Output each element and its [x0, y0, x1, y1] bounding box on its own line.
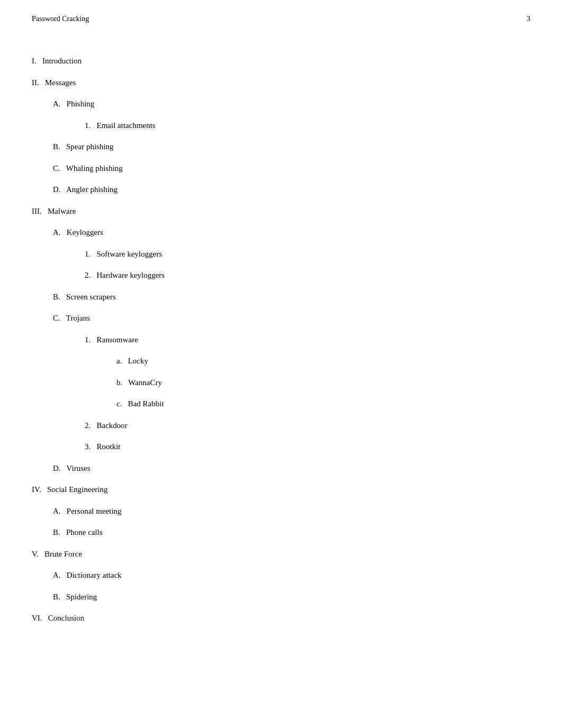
toc-marker: A.: [53, 507, 61, 515]
toc-label: Dictionary attack: [67, 571, 122, 579]
toc-marker: VI.: [32, 614, 42, 622]
table-of-contents: I. Introduction II. Messages A. Phishing…: [0, 55, 562, 666]
toc-label: Malware: [48, 207, 76, 215]
toc-label: Hardware keyloggers: [97, 271, 165, 279]
toc-label: Angler phishing: [66, 185, 117, 194]
toc-item-bad-rabbit: c. Bad Rabbit: [116, 398, 530, 410]
toc-marker: 1.: [85, 250, 90, 258]
toc-item-keyloggers: A. Keyloggers: [53, 226, 530, 239]
toc-marker: 3.: [85, 442, 90, 451]
toc-item-software-keyloggers: 1. Software keyloggers: [85, 248, 530, 260]
toc-label: Rootkit: [97, 442, 121, 451]
toc-label: Social Engineering: [47, 485, 108, 494]
toc-item-messages: II. Messages: [32, 77, 530, 89]
toc-marker: D.: [53, 185, 61, 194]
toc-item-phone-calls: B. Phone calls: [53, 526, 530, 539]
toc-marker: V.: [32, 550, 39, 558]
toc-label: Brute Force: [44, 550, 82, 558]
toc-item-wannacry: b. WannaCry: [116, 377, 530, 389]
toc-label: Spear phishing: [66, 142, 114, 151]
toc-item-spear-phishing: B. Spear phishing: [53, 141, 530, 153]
toc-item-conclusion: VI. Conclusion: [32, 612, 530, 624]
toc-label: Phone calls: [66, 528, 103, 536]
toc-item-social-engineering: IV. Social Engineering: [32, 484, 530, 496]
toc-marker: a.: [116, 357, 122, 365]
toc-item-trojans: C. Trojans: [53, 312, 530, 324]
toc-label: Email attachments: [97, 121, 156, 130]
toc-marker: 1.: [85, 121, 90, 130]
page-number: 3: [527, 15, 530, 23]
toc-item-ransomware: 1. Ransomware: [85, 334, 530, 346]
toc-marker: c.: [116, 399, 122, 408]
toc-label: Personal meeting: [67, 507, 122, 515]
toc-label: Bad Rabbit: [128, 399, 164, 408]
toc-label: Ransomware: [97, 335, 138, 344]
toc-item-personal-meeting: A. Personal meeting: [53, 505, 530, 517]
toc-marker: C.: [53, 314, 60, 322]
toc-label: Backdoor: [97, 421, 128, 430]
toc-marker: II.: [32, 78, 39, 87]
toc-label: WannaCry: [128, 378, 162, 387]
toc-label: Messages: [45, 78, 76, 87]
toc-label: Phishing: [67, 99, 95, 108]
toc-item-locky: a. Locky: [116, 355, 530, 367]
toc-item-angler-phishing: D. Angler phishing: [53, 184, 530, 196]
toc-item-email-attachments: 1. Email attachments: [85, 120, 530, 132]
toc-item-intro: I. Introduction: [32, 55, 530, 67]
toc-marker: I.: [32, 57, 37, 65]
toc-marker: b.: [116, 378, 122, 387]
toc-item-rootkit: 3. Rootkit: [85, 441, 530, 453]
toc-marker: 1.: [85, 335, 90, 344]
toc-label: Introduction: [42, 57, 81, 65]
toc-marker: III.: [32, 207, 42, 215]
toc-item-spidering: B. Spidering: [53, 591, 530, 603]
toc-marker: D.: [53, 464, 61, 472]
toc-marker: B.: [53, 528, 60, 536]
toc-marker: C.: [53, 164, 60, 172]
toc-label: Spidering: [66, 593, 97, 601]
toc-marker: B.: [53, 293, 60, 301]
toc-label: Conclusion: [48, 614, 84, 622]
toc-marker: A.: [53, 228, 61, 236]
toc-label: Whaling phishing: [66, 164, 123, 172]
toc-label: Viruses: [67, 464, 90, 472]
toc-label: Locky: [128, 357, 148, 365]
toc-marker: 2.: [85, 421, 90, 430]
toc-marker: A.: [53, 571, 61, 579]
toc-label: Trojans: [66, 314, 90, 322]
toc-label: Keyloggers: [67, 228, 103, 236]
toc-marker: 2.: [85, 271, 90, 279]
toc-item-whaling-phishing: C. Whaling phishing: [53, 162, 530, 175]
document-title: Password Cracking: [32, 15, 89, 23]
toc-item-phishing: A. Phishing: [53, 98, 530, 110]
toc-item-viruses: D. Viruses: [53, 462, 530, 475]
toc-label: Software keyloggers: [97, 250, 162, 258]
toc-item-screen-scrapers: B. Screen scrapers: [53, 291, 530, 303]
toc-item-hardware-keyloggers: 2. Hardware keyloggers: [85, 269, 530, 281]
toc-marker: IV.: [32, 485, 41, 494]
toc-label: Screen scrapers: [66, 293, 116, 301]
toc-marker: B.: [53, 142, 60, 151]
toc-item-brute-force: V. Brute Force: [32, 548, 530, 560]
toc-item-malware: III. Malware: [32, 205, 530, 217]
toc-marker: A.: [53, 99, 61, 108]
toc-marker: B.: [53, 593, 60, 601]
toc-item-dictionary-attack: A. Dictionary attack: [53, 569, 530, 581]
toc-item-backdoor: 2. Backdoor: [85, 420, 530, 432]
